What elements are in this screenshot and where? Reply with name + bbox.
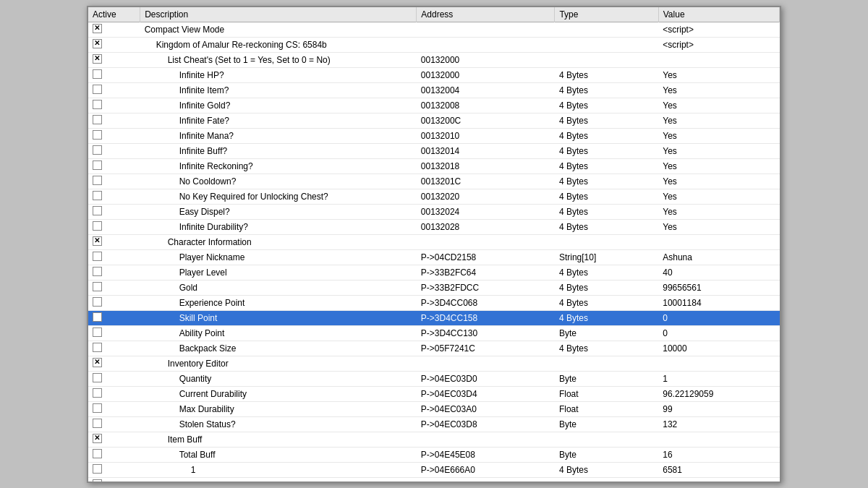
value-cell[interactable]: 40 [658,265,779,280]
table-row[interactable]: Item Buff [88,432,780,447]
table-row[interactable]: Infinite Fate?0013200C4 BytesYes [88,113,780,128]
table-row[interactable]: Kingdom of Amalur Re-reckoning CS: 6584b… [88,37,780,52]
checkbox[interactable] [93,54,102,64]
value-cell[interactable]: 6581 [658,462,779,477]
active-cell[interactable] [88,325,140,341]
checkbox[interactable] [93,388,102,398]
value-cell[interactable]: Ashuna [658,249,779,265]
table-row[interactable]: List Cheat's (Set to 1 = Yes, Set to 0 =… [88,52,780,67]
table-row[interactable]: Skill PointP->3D4CC1584 Bytes0 [88,310,780,325]
value-cell[interactable]: Yes [658,128,779,143]
value-cell[interactable]: Yes [658,158,779,174]
checkbox[interactable] [93,145,102,155]
active-cell[interactable] [88,98,140,113]
value-cell[interactable] [658,432,779,447]
checkbox[interactable] [93,160,102,170]
active-cell[interactable] [88,356,140,371]
value-cell[interactable] [658,52,779,67]
table-row[interactable]: No Cooldown?0013201C4 BytesYes [88,174,780,189]
table-row[interactable]: Infinite HP?001320004 BytesYes [88,67,780,82]
value-cell[interactable]: 16 [658,447,779,462]
value-cell[interactable] [658,234,779,249]
checkbox[interactable] [93,39,102,48]
active-cell[interactable] [88,416,140,432]
checkbox[interactable] [93,464,102,474]
table-row[interactable]: Infinite Reckoning?001320184 BytesYes [88,158,780,174]
value-cell[interactable]: 10001184 [658,295,779,310]
active-cell[interactable] [88,52,140,67]
checkbox[interactable] [93,373,102,382]
checkbox[interactable] [93,69,102,79]
active-cell[interactable] [88,371,140,386]
active-cell[interactable] [88,265,140,280]
value-cell[interactable]: <script> [658,22,779,37]
active-cell[interactable] [88,113,140,128]
value-cell[interactable]: Yes [658,98,779,113]
table-row[interactable]: Max DurabilityP->04EC03A0Float99 [88,401,780,416]
value-cell[interactable]: Yes [658,113,779,128]
table-row[interactable]: 1P->04E666A04 Bytes6581 [88,462,780,477]
table-row[interactable]: GoldP->33B2FDCC4 Bytes99656561 [88,280,780,295]
active-cell[interactable] [88,143,140,158]
checkbox[interactable] [93,236,102,246]
active-cell[interactable] [88,174,140,189]
table-row[interactable]: Easy Dispel?001320244 BytesYes [88,204,780,219]
table-row[interactable]: Stolen Status?P->04EC03D8Byte132 [88,416,780,432]
active-cell[interactable] [88,219,140,234]
checkbox[interactable] [93,100,102,109]
checkbox[interactable] [93,191,102,200]
active-cell[interactable] [88,67,140,82]
active-cell[interactable] [88,158,140,174]
checkbox[interactable] [93,358,102,367]
value-cell[interactable]: 1926 [658,477,779,481]
checkbox[interactable] [93,343,102,352]
checkbox[interactable] [93,267,102,276]
active-cell[interactable] [88,477,140,481]
active-cell[interactable] [88,295,140,310]
checkbox[interactable] [93,85,102,94]
active-cell[interactable] [88,204,140,219]
checkbox[interactable] [93,403,102,413]
checkbox[interactable] [93,479,102,481]
table-row[interactable]: Player LevelP->33B2FC644 Bytes40 [88,265,780,280]
table-row[interactable]: Current DurabilityP->04EC03D4Float96.221… [88,386,780,401]
table-row[interactable]: Character Information [88,234,780,249]
active-cell[interactable] [88,234,140,249]
active-cell[interactable] [88,189,140,204]
active-cell[interactable] [88,249,140,265]
value-cell[interactable]: Yes [658,143,779,158]
active-cell[interactable] [88,432,140,447]
table-row[interactable]: Compact View Mode<script> [88,22,780,37]
value-cell[interactable]: 0 [658,310,779,325]
table-row[interactable]: Player NicknameP->04CD2158String[10]Ashu… [88,249,780,265]
value-cell[interactable]: 10000 [658,341,779,356]
table-row[interactable]: 2P->04E666A84 Bytes1926 [88,477,780,481]
active-cell[interactable] [88,22,140,37]
table-row[interactable]: Ability PointP->3D4CC130Byte0 [88,325,780,341]
checkbox[interactable] [93,221,102,231]
table-container[interactable]: Active Description Address Type Value Co… [88,7,780,481]
table-row[interactable]: Infinite Gold?001320084 BytesYes [88,98,780,113]
value-cell[interactable]: Yes [658,174,779,189]
checkbox[interactable] [93,282,102,291]
checkbox[interactable] [93,130,102,140]
value-cell[interactable]: <script> [658,37,779,52]
checkbox[interactable] [93,419,102,428]
active-cell[interactable] [88,341,140,356]
value-cell[interactable]: 99656561 [658,280,779,295]
table-row[interactable]: Experience PointP->3D4CC0684 Bytes100011… [88,295,780,310]
value-cell[interactable]: 96.22129059 [658,386,779,401]
table-row[interactable]: Infinite Buff?001320144 BytesYes [88,143,780,158]
checkbox[interactable] [93,206,102,215]
value-cell[interactable]: Yes [658,189,779,204]
checkbox[interactable] [93,24,102,33]
value-cell[interactable]: 99 [658,401,779,416]
value-cell[interactable]: Yes [658,82,779,98]
table-row[interactable]: Backpack SizeP->05F7241C4 Bytes10000 [88,341,780,356]
value-cell[interactable] [658,356,779,371]
checkbox[interactable] [93,252,102,261]
value-cell[interactable]: Yes [658,219,779,234]
value-cell[interactable]: Yes [658,67,779,82]
table-row[interactable]: Total BuffP->04E45E08Byte16 [88,447,780,462]
active-cell[interactable] [88,310,140,325]
